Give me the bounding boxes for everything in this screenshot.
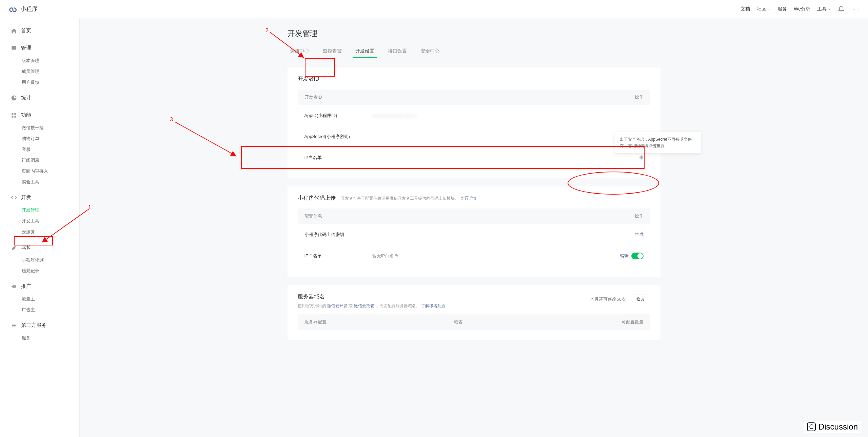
svg-rect-1 xyxy=(12,113,13,115)
logo-icon xyxy=(8,4,18,14)
table-row-ip: IP白名单 未 xyxy=(298,147,650,168)
sidebar-item-service[interactable]: 服务 xyxy=(0,333,79,343)
tab-api[interactable]: 接口设置 xyxy=(385,45,410,58)
tabs: 运维中心 监控告警 开发设置 接口设置 安全中心 xyxy=(288,45,660,58)
sidebar-item-advertiser[interactable]: 广告主 xyxy=(0,304,79,315)
sidebar-item-dev-manage[interactable]: 开发管理 xyxy=(0,205,79,216)
sidebar-stats[interactable]: 统计 xyxy=(0,91,79,105)
nav-docs[interactable]: 文档 xyxy=(741,6,750,12)
link-cloud-dev[interactable]: 微信云开发 xyxy=(327,303,348,308)
svg-rect-4 xyxy=(15,116,16,117)
table-row-upload-ip: IP白名单 暂无IP白名单 编辑 xyxy=(298,245,650,267)
card-upload: 小程序代码上传 开发者可基于配置信息调用微信开发者工具提供的代码上传模块。 查看… xyxy=(288,186,660,277)
table-row-appsecret: AppSecret(小程序密钥) 重置 ? xyxy=(298,126,650,147)
link-cloud-host[interactable]: 微信云托管 xyxy=(354,303,374,308)
sidebar-item-feedback[interactable]: 用户反馈 xyxy=(0,77,79,88)
sidebar-dev[interactable]: 开发 xyxy=(0,190,79,205)
discussion-badge[interactable]: C Discussion xyxy=(804,421,861,433)
code-icon xyxy=(11,195,17,201)
card-title: 小程序代码上传 xyxy=(298,195,336,202)
tab-dev-settings[interactable]: 开发设置 xyxy=(353,45,377,58)
toggle-ip-whitelist[interactable] xyxy=(631,253,644,259)
megaphone-icon xyxy=(11,283,17,290)
table-row-appid: AppID(小程序ID) wx8a3ba03d981a2bc3 xyxy=(298,105,650,126)
tab-security[interactable]: 安全中心 xyxy=(418,45,442,58)
nav-services[interactable]: 服务 xyxy=(777,6,787,12)
svg-rect-2 xyxy=(15,113,16,115)
card-subtitle: 开发者可基于配置信息调用微信开发者工具提供的代码上传模块。 查看详情 xyxy=(341,196,476,201)
sidebar-item-review[interactable]: 小程序评测 xyxy=(0,255,79,265)
logo-text: 小程序 xyxy=(20,5,38,13)
generate-link[interactable]: 生成 xyxy=(635,232,644,238)
c-icon: C xyxy=(807,422,816,431)
sidebar-item-traffic[interactable]: 流量主 xyxy=(0,294,79,304)
card-title: 开发者ID xyxy=(298,76,319,83)
svg-rect-3 xyxy=(12,116,13,117)
card-title: 服务器域名 xyxy=(298,293,325,300)
sidebar-item-pagecontent[interactable]: 页面内容接入 xyxy=(0,166,79,177)
nav-profile[interactable]: ⋯ xyxy=(851,7,860,12)
page-title: 开发管理 xyxy=(288,28,660,39)
sidebar-manage[interactable]: 管理 xyxy=(0,41,79,55)
chevron-down-icon xyxy=(828,7,831,11)
modify-button[interactable]: 修改 xyxy=(631,295,650,304)
nav-tools[interactable]: 工具 xyxy=(817,6,831,12)
pie-icon xyxy=(11,95,17,101)
card-domain: 服务器域名 本月还可修改50次 修改 使用官方推出的 微信云开发 或 微信云托管… xyxy=(288,285,660,340)
leaf-icon xyxy=(11,244,17,251)
sidebar-item-customer[interactable]: 客服 xyxy=(0,144,79,155)
sidebar-item-violation[interactable]: 违规记录 xyxy=(0,265,79,276)
sidebar-home[interactable]: 首页 xyxy=(0,23,79,38)
main: 开发管理 运维中心 监控告警 开发设置 接口设置 安全中心 开发者ID 开发者I… xyxy=(80,18,868,437)
edit-link[interactable]: 编辑 xyxy=(620,253,629,259)
grid-icon xyxy=(11,112,17,118)
svg-rect-0 xyxy=(12,46,16,50)
sidebar-item-dev-tools[interactable]: 开发工具 xyxy=(0,216,79,226)
chevron-down-icon xyxy=(856,7,860,11)
sidebar-item-shop[interactable]: 购物订单 xyxy=(0,133,79,144)
sidebar-features[interactable]: 功能 xyxy=(0,108,79,122)
annotation-number-1: 1 xyxy=(88,204,91,211)
table-row-upload-key: 小程序代码上传密钥 生成 xyxy=(298,224,650,245)
link-icon xyxy=(11,322,17,329)
sidebar-item-members[interactable]: 成员管理 xyxy=(0,66,79,77)
home-icon xyxy=(11,28,17,34)
sidebar-third-party[interactable]: 第三方服务 xyxy=(0,318,79,333)
tooltip-appsecret: 出于安全考虑，AppSecret不再被明文保存，忘记密钥请点击重置 xyxy=(615,132,701,154)
table-header: 开发者ID 操作 xyxy=(298,90,650,105)
tab-monitor[interactable]: 监控告警 xyxy=(320,45,344,58)
sidebar: 首页 管理 版本管理 成员管理 用户反馈 统计 功能 微信搜一搜 购物订单 xyxy=(0,18,80,437)
sidebar-promo[interactable]: 推广 xyxy=(0,279,79,294)
tab-ops[interactable]: 运维中心 xyxy=(288,45,312,58)
sidebar-item-experiment[interactable]: 实验工具 xyxy=(0,177,79,187)
domain-table-header: 服务器配置 域名 可配置数量 xyxy=(298,314,650,330)
nav-community[interactable]: 社区 xyxy=(757,6,771,12)
link-details[interactable]: 查看详情 xyxy=(460,196,476,201)
header-left: 小程序 xyxy=(8,4,38,14)
sidebar-growth[interactable]: 成长 xyxy=(0,240,79,255)
card-dev-id: 开发者ID 开发者ID 操作 AppID(小程序ID) wx8a3ba03d98… xyxy=(288,67,660,178)
nav-weanalyze[interactable]: We分析 xyxy=(794,6,810,12)
annotation-number-2: 2 xyxy=(265,27,269,34)
sidebar-item-cloud[interactable]: 云服务 xyxy=(0,226,79,237)
header-right: 文档 社区 服务 We分析 工具 ⋯ xyxy=(741,6,860,13)
chevron-down-icon xyxy=(767,7,771,11)
header: 小程序 文档 社区 服务 We分析 工具 ⋯ xyxy=(0,0,868,18)
sidebar-item-search[interactable]: 微信搜一搜 xyxy=(0,122,79,133)
annotation-number-3: 3 xyxy=(170,117,173,123)
sidebar-item-version[interactable]: 版本管理 xyxy=(0,55,79,66)
manage-icon xyxy=(11,45,17,51)
sidebar-item-subscribe[interactable]: 订阅消息 xyxy=(0,155,79,166)
table-header: 配置信息 操作 xyxy=(298,208,650,224)
link-domain-docs[interactable]: 了解域名配置 xyxy=(421,303,446,308)
bell-icon[interactable] xyxy=(838,6,845,13)
card-right-info: 本月还可修改50次 修改 xyxy=(590,295,650,304)
